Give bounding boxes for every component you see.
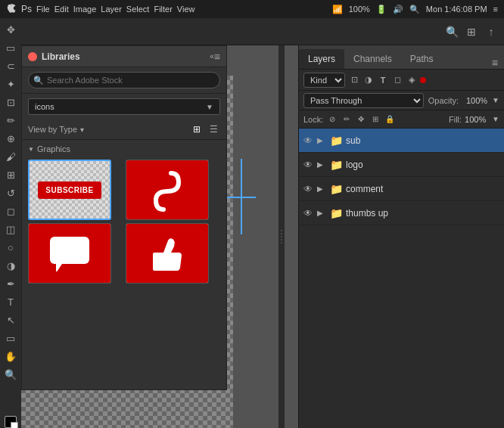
tab-channels[interactable]: Channels [344,49,401,69]
layer-expand-sub[interactable]: ▶ [317,136,326,145]
blur-tool[interactable]: ○ [2,239,19,256]
graphics-label: Graphics [37,144,70,154]
search-input[interactable] [28,72,220,88]
search-icon[interactable]: 🔍 [445,25,459,39]
list-view-button[interactable]: ☰ [207,123,220,136]
triangle-icon: ▼ [28,146,34,153]
type-tool[interactable]: T [2,293,19,310]
heal-tool[interactable]: ⊕ [2,130,19,147]
layer-visibility-thumbsup[interactable]: 👁 [302,207,314,219]
opacity-value[interactable]: 100% [463,96,487,105]
tab-layers[interactable]: Layers [299,49,344,69]
panel-search-area: 🔍 [22,67,226,94]
menu-list-icon[interactable]: ≡ [493,5,498,14]
wifi-status-icon: 📶 [332,5,343,14]
lasso-tool[interactable]: ⊂ [2,57,19,74]
gradient-tool[interactable]: ◫ [2,221,19,237]
layer-expand-logo[interactable]: ▶ [317,160,326,169]
workspace-icon[interactable]: ⊞ [465,25,478,39]
layers-blend-row: Pass Through Normal Multiply Screen Opac… [299,91,504,110]
chevron-down-icon: ▼ [206,103,213,111]
menu-image[interactable]: Image [73,5,97,14]
panel-menu-button[interactable]: ≡ [214,51,220,63]
search-menubar-icon[interactable]: 🔍 [409,5,420,14]
hand-tool[interactable]: ✋ [2,348,19,364]
layer-item-logo[interactable]: 👁 ▶ 📁 logo [299,153,504,177]
fill-value[interactable]: 100% [465,115,489,124]
list-item[interactable] [126,223,209,284]
search-icon-inner: 🔍 [33,76,44,85]
menu-edit[interactable]: Edit [54,5,69,14]
layers-panel-menu-button[interactable]: ≡ [486,57,504,69]
panel-close-button[interactable]: ✕ [28,52,37,61]
blend-mode-select[interactable]: Pass Through Normal Multiply Screen [303,93,424,108]
menu-file[interactable]: File [36,5,50,14]
view-bar: View by Type ▾ ⊞ ☰ [22,119,226,140]
search-wrap: 🔍 [28,72,220,88]
lock-pixels-icon[interactable]: ✏ [341,113,353,126]
move-tool[interactable]: ✥ [2,21,19,38]
stamp-tool[interactable]: ⊞ [2,166,19,183]
comment-graphic [29,224,110,283]
panel-title: Libraries [37,51,210,62]
menu-select[interactable]: Select [126,5,150,14]
layer-name-logo: logo [346,160,501,170]
lock-position-icon[interactable]: ✥ [355,113,367,126]
dodge-tool[interactable]: ◑ [2,257,19,274]
pen-tool[interactable]: ✒ [2,275,19,292]
library-dropdown[interactable]: icons ▼ [28,98,220,115]
libraries-panel: ✕ Libraries « ≡ 🔍 icons ▼ View by Type ▾… [21,45,227,390]
color-filter-dot[interactable] [420,77,426,83]
layer-visibility-logo[interactable]: 👁 [302,159,314,171]
layer-item-thumbsup[interactable]: 👁 ▶ 📁 thumbs up [299,201,504,225]
layer-item-comment[interactable]: 👁 ▶ 📁 comment [299,177,504,201]
lock-artboard-icon[interactable]: ⊞ [369,113,381,126]
path-select-tool[interactable]: ↖ [2,312,19,328]
layer-visibility-sub[interactable]: 👁 [302,135,314,147]
layer-folder-icon-comment: 📁 [329,182,343,196]
graphics-section-header[interactable]: ▼ Graphics [28,144,220,154]
layer-item-sub[interactable]: 👁 ▶ 📁 sub [299,129,504,153]
type-layer-icon[interactable]: T [377,74,389,86]
eyedropper-tool[interactable]: ✏ [2,112,19,129]
grid-view-button[interactable]: ⊞ [190,123,204,136]
zoom-tool[interactable]: 🔍 [2,366,19,383]
chevron-icon: ▾ [80,126,84,134]
eraser-tool[interactable]: ◻ [2,203,19,219]
tab-paths[interactable]: Paths [401,49,443,69]
smartobject-icon[interactable]: ◈ [406,74,418,86]
pixel-layer-icon[interactable]: ⊡ [348,74,360,86]
list-item[interactable] [126,160,209,220]
history-tool[interactable]: ↺ [2,185,19,201]
list-item[interactable] [28,223,111,284]
menu-layer[interactable]: Layer [101,5,122,14]
adjustment-layer-icon[interactable]: ◑ [362,74,375,86]
menu-view[interactable]: View [177,5,195,14]
layer-name-sub: sub [346,135,501,146]
shape-tool[interactable]: ▭ [2,330,19,346]
wand-tool[interactable]: ✦ [2,76,19,92]
share-icon[interactable]: ↑ [484,25,498,39]
lock-transparent-icon[interactable]: ⊘ [326,113,338,126]
marquee-tool[interactable]: ▭ [2,39,19,56]
resize-dots [281,230,282,243]
shape-layer-icon[interactable]: ◻ [391,74,403,86]
layers-lock-row: Lock: ⊘ ✏ ✥ ⊞ 🔒 Fill: 100% ▼ [299,110,504,129]
lock-all-icon[interactable]: 🔒 [384,113,396,126]
panel-resize-handle[interactable] [278,45,285,428]
apple-icon[interactable] [6,4,17,14]
menubar: Ps File Edit Image Layer Select Filter V… [0,0,504,18]
logo-graphic [126,160,208,219]
layer-kind-select[interactable]: Kind [303,73,345,88]
view-by-type-button[interactable]: View by Type ▾ [28,125,84,134]
layer-visibility-comment[interactable]: 👁 [302,183,314,195]
list-item[interactable]: SUBSCRIBE [28,160,111,220]
layer-expand-thumbsup[interactable]: ▶ [317,209,326,218]
menu-filter[interactable]: Filter [154,5,172,14]
brush-tool[interactable]: 🖌 [2,148,19,165]
layer-expand-comment[interactable]: ▶ [317,185,326,194]
crop-tool[interactable]: ⊡ [2,94,19,110]
foreground-color[interactable] [5,416,17,428]
graphics-section: ▼ Graphics SUBSCRIBE [22,140,226,288]
svg-rect-0 [50,237,89,264]
